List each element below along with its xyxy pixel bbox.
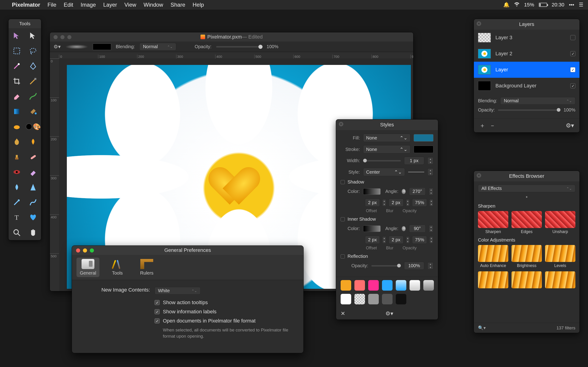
visibility-checkbox[interactable] [570, 35, 575, 40]
effect-item[interactable]: Brightness [511, 245, 542, 268]
angle-dial[interactable] [401, 189, 406, 194]
style-gear-icon[interactable]: ⚙︎▾ [385, 310, 393, 317]
blur-tool[interactable] [9, 180, 25, 195]
remove-layer-button[interactable]: － [488, 122, 497, 129]
notification-icon[interactable]: 🔔 [503, 2, 510, 8]
minimize-button[interactable] [83, 248, 87, 252]
layer-row[interactable]: Background Layer ✓ [474, 78, 579, 94]
sharpen-tool[interactable] [25, 180, 41, 195]
shape-tool[interactable] [25, 210, 41, 225]
stepper[interactable]: ▴▾ [427, 157, 433, 165]
prefs-tab-tools[interactable]: Tools [106, 258, 129, 277]
new-image-select[interactable]: White⌃⌄ [155, 287, 200, 294]
search-icon[interactable]: 🔍▾ [478, 325, 486, 331]
eraser-tool[interactable] [9, 89, 25, 104]
swatch[interactable] [368, 280, 379, 291]
stepper[interactable]: ▴▾ [427, 168, 433, 176]
move-tool[interactable] [9, 28, 25, 43]
zoom-button[interactable] [90, 248, 94, 252]
heal-tool[interactable] [25, 149, 41, 165]
layer-opacity-slider[interactable] [498, 109, 560, 111]
pixel-tool[interactable] [25, 195, 41, 210]
shadow-color-well[interactable] [363, 188, 380, 195]
swatch[interactable] [368, 294, 379, 304]
effect-item[interactable]: Sharpen [478, 211, 508, 234]
red-eye-tool[interactable] [9, 165, 25, 180]
swatch[interactable] [341, 294, 351, 304]
visibility-checkbox[interactable]: ✓ [570, 83, 575, 88]
swatch[interactable] [409, 280, 420, 291]
shadow-checkbox[interactable] [341, 180, 345, 184]
menu-image[interactable]: Image [81, 2, 96, 8]
effect-item[interactable]: Auto Enhance [478, 245, 508, 268]
sponge-tool[interactable] [25, 134, 41, 149]
stroke-style-select[interactable]: Center⌃⌄ [363, 168, 405, 176]
list-icon[interactable]: ☰ [579, 2, 583, 8]
menu-layer[interactable]: Layer [103, 2, 117, 8]
blending-select[interactable]: Normal⌃⌄ [139, 43, 176, 50]
brush-tool[interactable] [25, 89, 41, 104]
shape-eraser-tool[interactable] [25, 165, 41, 180]
swatch[interactable] [382, 280, 393, 291]
stepper[interactable]: ▴▾ [429, 188, 433, 195]
swatch[interactable] [341, 280, 351, 291]
marquee-tool[interactable] [9, 43, 25, 58]
arrow-tool[interactable] [25, 28, 41, 43]
wand-tool[interactable] [9, 58, 25, 74]
effect-item[interactable] [478, 271, 508, 290]
close-button[interactable] [76, 248, 80, 252]
info-labels-checkbox[interactable]: ✓ [155, 309, 160, 314]
zoom-tool[interactable] [9, 225, 25, 240]
lasso-tool[interactable] [25, 43, 41, 58]
add-layer-button[interactable]: ＋ [478, 122, 487, 129]
layer-blending-select[interactable]: Normal⌃⌄ [500, 97, 575, 105]
effect-item[interactable] [545, 271, 575, 290]
effect-item[interactable]: Levels [545, 245, 575, 268]
hand-tool[interactable] [25, 225, 41, 240]
swatch[interactable] [396, 294, 406, 304]
effects-filter-select[interactable]: All Effects⌃⌄ [478, 185, 575, 192]
fill-select[interactable]: None⌃⌄ [363, 134, 410, 142]
effect-item[interactable] [511, 271, 542, 290]
smudge-tool[interactable] [9, 134, 25, 149]
wifi-icon[interactable] [514, 2, 519, 8]
window-controls[interactable] [76, 248, 94, 252]
paint-bucket-tool[interactable] [25, 104, 41, 119]
close-icon[interactable]: ✕ [339, 122, 343, 126]
brush-color-swatch[interactable] [93, 44, 111, 50]
brush-preview[interactable] [65, 44, 88, 49]
text-tool[interactable]: T [9, 210, 25, 225]
prefs-tab-rulers[interactable]: Rulers [135, 258, 158, 277]
tooltips-checkbox[interactable]: ✓ [155, 300, 160, 305]
canvas-titlebar[interactable]: Pixelmator.pxm — Edited [50, 32, 413, 42]
swatch[interactable] [355, 294, 365, 304]
effect-item[interactable]: Edges [511, 211, 542, 234]
prefs-tab-general[interactable]: General [77, 258, 99, 277]
window-controls[interactable] [53, 35, 71, 39]
inner-shadow-color-well[interactable] [363, 225, 380, 232]
menu-edit[interactable]: Edit [64, 2, 73, 8]
delete-style-button[interactable]: ✕ [341, 310, 345, 317]
reflection-checkbox[interactable] [341, 254, 345, 259]
opacity-slider[interactable] [216, 46, 262, 48]
app-name[interactable]: Pixelmator [12, 2, 40, 8]
clone-tool[interactable] [9, 149, 25, 165]
slice-tool[interactable] [25, 74, 41, 89]
stroke-select[interactable]: None⌃⌄ [363, 145, 410, 153]
angle-dial[interactable] [401, 226, 406, 232]
overflow-icon[interactable]: ••• [569, 2, 574, 8]
stroke-width-slider[interactable] [363, 160, 401, 161]
close-icon[interactable]: ✕ [477, 173, 481, 178]
gradient-tool[interactable] [9, 104, 25, 119]
crop-tool[interactable] [9, 74, 25, 89]
swatch[interactable] [382, 294, 393, 304]
reflection-slider[interactable] [372, 265, 401, 267]
options-gear-icon[interactable]: ⚙︎▾ [53, 44, 61, 50]
menu-share[interactable]: Share [170, 2, 185, 8]
layer-row[interactable]: Layer 2 ✓ [474, 46, 579, 62]
layer-row-selected[interactable]: Layer ✓ [474, 62, 579, 78]
effect-item[interactable]: Unsharp [545, 211, 575, 234]
layer-options-gear-icon[interactable]: ⚙︎▾ [564, 122, 575, 129]
warp-tool[interactable] [9, 119, 25, 134]
menu-window[interactable]: Window [144, 2, 163, 8]
